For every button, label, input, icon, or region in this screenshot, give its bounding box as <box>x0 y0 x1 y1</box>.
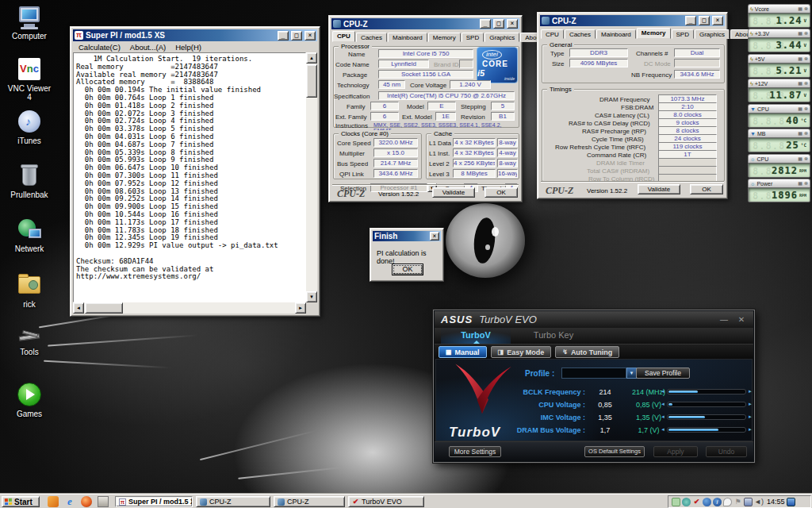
undo-button[interactable]: Undo <box>706 446 747 457</box>
minimize-button[interactable]: _ <box>278 31 289 40</box>
dram-voltage-slider[interactable]: ◄ ► <box>660 426 753 433</box>
slider-left-arrow[interactable]: ◄ <box>660 401 666 408</box>
mode-manual-button[interactable]: ▦Manual <box>439 346 487 358</box>
desktop-icon-itunes[interactable]: ♪ iTunes <box>6 110 52 145</box>
gauge-graph-icon[interactable]: ▦ <box>798 81 802 87</box>
profile-dropdown[interactable] <box>561 368 626 379</box>
tab-caches[interactable]: Caches <box>356 33 387 42</box>
gauge-settings-icon[interactable]: ⊗ <box>804 6 808 12</box>
minimize-button[interactable]: _ <box>685 16 696 25</box>
tray-network-icon[interactable] <box>744 498 753 506</box>
more-settings-button[interactable]: More Settings <box>449 446 501 457</box>
tray-desktop-icon[interactable] <box>787 498 795 506</box>
close-button[interactable]: × <box>430 232 439 241</box>
tab-caches[interactable]: Caches <box>565 29 596 39</box>
desktop-icon-network[interactable]: Netwerk <box>6 217 52 253</box>
finish-titlebar[interactable]: Finish × <box>373 231 441 241</box>
slider-track[interactable] <box>667 427 746 433</box>
tab-mainboard[interactable]: Mainboard <box>388 33 427 42</box>
mode-easy-button[interactable]: ◨Easy Mode <box>491 346 552 358</box>
menu-about[interactable]: About...(A) <box>126 43 170 52</box>
slider-right-arrow[interactable]: ► <box>747 388 753 395</box>
desktop-icon-rick-folder[interactable]: rick <box>6 273 52 309</box>
tray-turbov-icon[interactable]: ✔ <box>692 498 701 506</box>
slider-left-arrow[interactable]: ◄ <box>660 414 666 421</box>
gauge-graph-icon[interactable]: ▦ <box>798 106 802 112</box>
ok-button[interactable]: OK <box>392 264 423 275</box>
taskbar-task-turbov[interactable]: ✔ TurboV EVO <box>348 496 424 507</box>
taskbar-task-cpuz-1[interactable]: CPU-Z <box>196 496 270 507</box>
scroll-up-button[interactable]: ▲ <box>306 52 317 64</box>
slider-right-arrow[interactable]: ► <box>747 426 753 433</box>
tray-monitor-icon[interactable] <box>682 498 691 506</box>
firefox-icon[interactable] <box>81 496 92 507</box>
tab-cpu[interactable]: CPU <box>332 31 355 42</box>
close-button[interactable]: × <box>712 16 723 25</box>
gauge-graph-icon[interactable]: ▦ <box>798 6 802 12</box>
slider-right-arrow[interactable]: ► <box>747 401 753 408</box>
gauge-12v[interactable]: ϟ+12V▦⊗ 11.87V <box>748 79 810 102</box>
tray-clock[interactable]: 14:55 <box>767 498 785 506</box>
tab-mainboard[interactable]: Mainboard <box>596 29 636 39</box>
gauge-graph-icon[interactable]: ▦ <box>798 181 802 187</box>
apply-button[interactable]: Apply <box>653 446 698 457</box>
gauge-power-fan[interactable]: ☼Power▦⊗ 1896RPM <box>748 179 810 202</box>
turbov-titlebar[interactable]: ASUS TurboV EVO — ✕ <box>435 311 753 328</box>
slider-left-arrow[interactable]: ◄ <box>660 426 666 433</box>
gauge-mb-temp[interactable]: ▼MB▦⊗ 25°C <box>748 129 810 152</box>
mode-auto-tuning-button[interactable]: ↯Auto Tuning <box>555 346 619 358</box>
ok-button[interactable]: OK <box>485 187 518 198</box>
horizontal-scrollbar[interactable]: ◄ ► <box>73 302 306 314</box>
desktop-icon-tools[interactable]: Tools <box>6 329 52 356</box>
menu-calculate[interactable]: Calculate(C) <box>75 43 124 52</box>
cpuz-titlebar[interactable]: CPU-Z _ □ × <box>331 18 519 29</box>
gauge-3v3[interactable]: ϟ+3.3V▦⊗ 3.44V <box>748 29 810 52</box>
close-button[interactable]: ✕ <box>736 315 747 324</box>
gauge-settings-icon[interactable]: ⊗ <box>804 131 808 137</box>
cpu-voltage-slider[interactable]: ◄ ► <box>660 401 753 408</box>
tab-turbov[interactable]: TurboV <box>441 328 511 344</box>
desktop-icon-vnc[interactable]: Vnc VNC Viewer 4 <box>6 57 52 102</box>
tray-flag-icon[interactable]: ⚑ <box>733 498 742 506</box>
desktop-icon-recycle-bin[interactable]: Prullenbak <box>6 164 52 199</box>
superpi-titlebar[interactable]: π Super PI / mod1.5 XS _ □ × <box>73 29 317 41</box>
desktop-icon-games[interactable]: Games <box>6 383 52 418</box>
vertical-scrollbar[interactable]: ▲ ▼ <box>306 52 317 302</box>
internet-explorer-icon[interactable]: e <box>64 496 75 507</box>
gauge-graph-icon[interactable]: ▦ <box>798 56 802 62</box>
tray-info-icon[interactable]: i <box>713 498 722 506</box>
cpuz-titlebar[interactable]: CPU-Z _ □ × <box>540 15 725 26</box>
gauge-5v[interactable]: ϟ+5V▦⊗ 5.21V <box>748 54 810 78</box>
menu-help[interactable]: Help(H) <box>171 43 205 52</box>
tray-gadget-icon[interactable] <box>672 498 680 506</box>
slider-track[interactable] <box>667 389 746 394</box>
tab-graphics[interactable]: Graphics <box>695 29 730 39</box>
show-desktop-icon[interactable] <box>98 496 109 507</box>
gauge-vcore[interactable]: ϟVcore▦⊗ 1.24V <box>748 4 810 28</box>
gauge-graph-icon[interactable]: ▦ <box>798 156 802 162</box>
gauge-settings-icon[interactable]: ⊗ <box>804 106 808 112</box>
maximize-button[interactable]: □ <box>493 19 504 29</box>
os-default-settings-button[interactable]: OS Default Settings <box>584 446 645 457</box>
tab-cpu[interactable]: CPU <box>541 29 564 39</box>
save-profile-button[interactable]: Save Profile <box>636 368 690 379</box>
minimize-button[interactable]: _ <box>480 19 491 29</box>
slider-right-arrow[interactable]: ► <box>747 414 753 421</box>
scroll-down-button[interactable]: ▼ <box>306 291 317 302</box>
tab-graphics[interactable]: Graphics <box>485 33 519 42</box>
validate-button[interactable]: Validate <box>432 187 475 198</box>
maximize-button[interactable]: □ <box>699 16 710 25</box>
gauge-cpu-fan[interactable]: ☼CPU▦⊗ 2812RPM <box>748 154 810 178</box>
gauge-settings-icon[interactable]: ⊗ <box>804 181 808 187</box>
imc-voltage-slider[interactable]: ◄ ► <box>660 414 753 421</box>
tray-messenger-icon[interactable] <box>723 498 732 506</box>
gauge-settings-icon[interactable]: ⊗ <box>804 156 808 162</box>
start-button[interactable]: Start <box>2 496 40 507</box>
gauge-graph-icon[interactable]: ▦ <box>798 31 802 37</box>
taskbar-task-cpuz-2[interactable]: CPU-Z <box>274 496 345 507</box>
taskbar-task-superpi[interactable]: π Super PI / mod1.5 XS <box>115 496 193 507</box>
ok-button[interactable]: OK <box>690 184 723 194</box>
validate-button[interactable]: Validate <box>638 184 680 194</box>
close-button[interactable]: × <box>304 31 316 40</box>
tray-volume-icon[interactable]: ◄) <box>754 498 763 506</box>
